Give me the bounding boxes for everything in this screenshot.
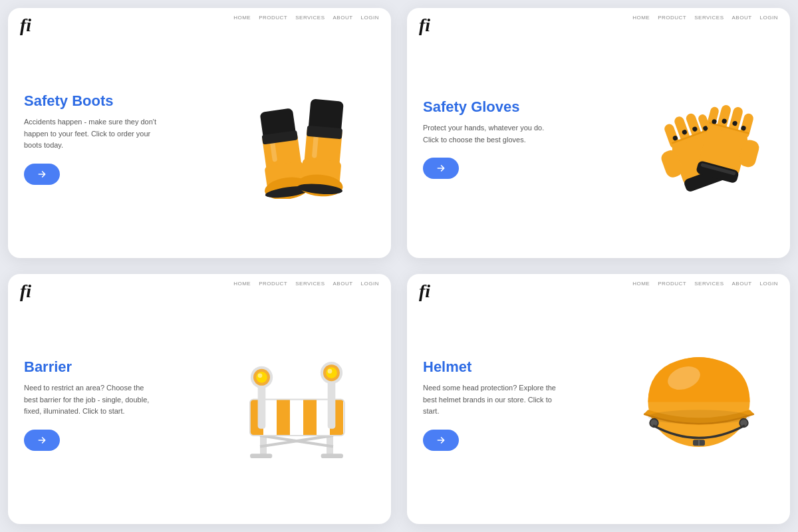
nav-services-3[interactable]: SERVICES	[295, 281, 325, 287]
boots-desc: Accidents happen - make sure they don't …	[24, 116, 157, 152]
card-text-gloves: Safety Gloves Protect your hands, whatev…	[423, 98, 607, 180]
barrier-cta-button[interactable]	[24, 430, 60, 451]
svg-rect-60	[250, 454, 272, 458]
arrow-right-icon-3	[37, 435, 47, 446]
boots-illustration	[233, 79, 366, 199]
gloves-cta-button[interactable]	[423, 158, 459, 179]
card-boots: fi HOME PRODUCT SERVICES ABOUT LOGIN Saf…	[8, 8, 391, 258]
barrier-illustration	[233, 345, 366, 465]
barrier-desc: Need to restrict an area? Choose the bes…	[24, 382, 157, 418]
card-body-helmet: Helmet Need some head protection? Explor…	[407, 287, 790, 524]
nav-login-3[interactable]: LOGIN	[361, 281, 379, 287]
boots-cta-button[interactable]	[24, 164, 60, 185]
nav-about[interactable]: ABOUT	[333, 15, 353, 21]
nav-login-4[interactable]: LOGIN	[760, 281, 778, 287]
card-text-barrier: Barrier Need to restrict an area? Choose…	[24, 358, 208, 451]
nav-gloves: HOME PRODUCT SERVICES ABOUT LOGIN	[407, 8, 790, 21]
svg-rect-47	[303, 399, 317, 435]
nav-boots: HOME PRODUCT SERVICES ABOUT LOGIN	[8, 8, 391, 21]
nav-helmet: HOME PRODUCT SERVICES ABOUT LOGIN	[407, 274, 790, 287]
card-body-gloves: Safety Gloves Protect your hands, whatev…	[407, 21, 790, 258]
nav-about-3[interactable]: ABOUT	[333, 281, 353, 287]
nav-product-4[interactable]: PRODUCT	[658, 281, 686, 287]
card-text-boots: Safety Boots Accidents happen - make sur…	[24, 92, 208, 185]
nav-home-4[interactable]: HOME	[632, 281, 650, 287]
arrow-right-icon-4	[436, 435, 446, 446]
svg-rect-61	[321, 454, 343, 458]
gloves-illustration	[632, 79, 765, 199]
helmet-desc: Need some head protection? Explore the b…	[423, 382, 556, 418]
arrow-right-icon-2	[436, 163, 446, 174]
gloves-desc: Protect your hands, whatever you do. Cli…	[423, 122, 556, 146]
svg-point-68	[648, 410, 749, 424]
nav-product[interactable]: PRODUCT	[259, 15, 287, 21]
svg-point-55	[258, 373, 263, 378]
helmet-illustration	[632, 345, 765, 465]
logo-boots: fi	[20, 16, 31, 35]
barrier-image	[222, 345, 378, 465]
nav-services-2[interactable]: SERVICES	[694, 15, 724, 21]
gloves-image	[621, 79, 777, 199]
svg-point-58	[326, 367, 337, 378]
nav-product-3[interactable]: PRODUCT	[259, 281, 287, 287]
boots-title: Safety Boots	[24, 92, 208, 110]
nav-services-4[interactable]: SERVICES	[694, 281, 724, 287]
nav-login[interactable]: LOGIN	[361, 15, 379, 21]
nav-home-3[interactable]: HOME	[233, 281, 251, 287]
svg-rect-46	[277, 399, 290, 435]
nav-login-2[interactable]: LOGIN	[760, 15, 778, 21]
card-barrier: fi HOME PRODUCT SERVICES ABOUT LOGIN Bar…	[8, 274, 391, 524]
svg-rect-51	[328, 380, 336, 428]
nav-home-2[interactable]: HOME	[632, 15, 650, 21]
nav-product-2[interactable]: PRODUCT	[658, 15, 686, 21]
logo-helmet: fi	[419, 282, 430, 301]
arrow-right-icon	[37, 169, 47, 180]
card-body-barrier: Barrier Need to restrict an area? Choose…	[8, 287, 391, 524]
boots-image	[222, 79, 378, 199]
card-body-boots: Safety Boots Accidents happen - make sur…	[8, 21, 391, 258]
logo-barrier: fi	[20, 282, 31, 301]
nav-about-2[interactable]: ABOUT	[732, 15, 752, 21]
card-helmet: fi HOME PRODUCT SERVICES ABOUT LOGIN Hel…	[407, 274, 790, 524]
card-text-helmet: Helmet Need some head protection? Explor…	[423, 358, 607, 451]
gloves-title: Safety Gloves	[423, 98, 607, 116]
nav-about-4[interactable]: ABOUT	[732, 281, 752, 287]
helmet-title: Helmet	[423, 358, 607, 376]
svg-point-54	[256, 372, 267, 383]
nav-home[interactable]: HOME	[233, 15, 251, 21]
nav-services[interactable]: SERVICES	[295, 15, 325, 21]
helmet-cta-button[interactable]	[423, 430, 459, 451]
nav-barrier: HOME PRODUCT SERVICES ABOUT LOGIN	[8, 274, 391, 287]
card-gloves: fi HOME PRODUCT SERVICES ABOUT LOGIN Saf…	[407, 8, 790, 258]
helmet-image	[621, 345, 777, 465]
logo-gloves: fi	[419, 16, 430, 35]
svg-point-59	[328, 368, 332, 373]
barrier-title: Barrier	[24, 358, 208, 376]
